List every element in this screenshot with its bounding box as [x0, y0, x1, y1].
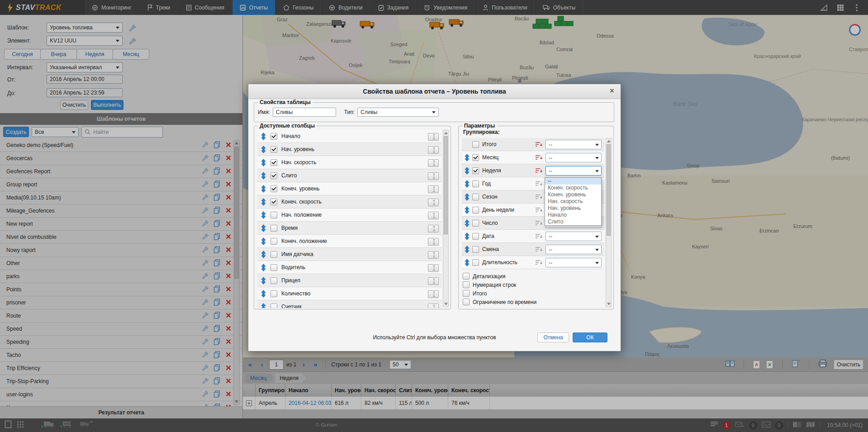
column-row[interactable]: Счетчик	[257, 300, 441, 308]
rename-column-icon[interactable]	[428, 212, 439, 219]
sort-order-icon[interactable]	[535, 155, 543, 161]
sort-order-icon[interactable]	[535, 233, 543, 239]
grouping-checkbox[interactable]	[472, 246, 479, 253]
reorder-arrows-icon[interactable]	[464, 259, 470, 266]
column-row[interactable]: Слито	[257, 169, 441, 182]
rename-column-icon[interactable]	[428, 185, 439, 193]
sort-column-select[interactable]: --	[545, 140, 602, 149]
grouping-row[interactable]: Месяц --	[462, 151, 604, 164]
rename-column-icon[interactable]	[428, 225, 439, 233]
dropdown-option[interactable]: Слито	[545, 218, 601, 225]
rename-column-icon[interactable]	[428, 251, 439, 259]
table-name-input[interactable]: Сливы	[273, 108, 336, 117]
grouping-row[interactable]: Длительность --	[462, 256, 604, 269]
sort-order-icon[interactable]	[535, 181, 543, 187]
reorder-arrows-icon[interactable]	[261, 211, 266, 219]
sort-order-icon[interactable]	[535, 168, 543, 174]
dropdown-option[interactable]: --	[545, 178, 601, 185]
sort-column-select[interactable]: --	[545, 258, 602, 267]
column-row[interactable]: Начало	[257, 130, 441, 143]
sort-order-icon[interactable]	[535, 142, 543, 147]
column-row[interactable]: Имя датчика	[257, 248, 441, 261]
reorder-arrows-icon[interactable]	[261, 172, 266, 180]
grouping-row[interactable]: Дата --	[462, 230, 604, 243]
ok-button[interactable]: ОК	[573, 332, 607, 342]
reorder-arrows-icon[interactable]	[464, 180, 470, 188]
column-row[interactable]: Конеч. уровень	[257, 182, 441, 195]
sort-order-icon[interactable]	[535, 247, 543, 252]
reorder-arrows-icon[interactable]	[464, 206, 470, 214]
grouping-checkbox[interactable]	[472, 180, 479, 187]
sort-column-select[interactable]: --	[545, 153, 602, 162]
sort-order-icon[interactable]	[535, 207, 543, 213]
column-row[interactable]: Количество	[257, 287, 441, 300]
grouping-row[interactable]: Итого --	[462, 138, 604, 151]
sort-order-icon[interactable]	[535, 220, 543, 226]
cancel-button[interactable]: Отмена	[537, 332, 569, 342]
dropdown-option[interactable]: Нач. уровень	[545, 205, 601, 212]
dropdown-option[interactable]: Начало	[545, 212, 601, 218]
flag-checkbox[interactable]	[463, 281, 470, 288]
flag-checkbox[interactable]	[463, 273, 470, 280]
scroll-down-icon[interactable]	[607, 303, 611, 305]
grouping-checkbox[interactable]	[472, 154, 479, 161]
scroll-up-icon[interactable]	[444, 132, 448, 134]
reorder-arrows-icon[interactable]	[261, 185, 266, 193]
column-row[interactable]: Время	[257, 222, 441, 235]
reorder-arrows-icon[interactable]	[261, 133, 266, 140]
sort-order-icon[interactable]	[535, 194, 543, 200]
reorder-arrows-icon[interactable]	[464, 246, 470, 253]
column-checkbox[interactable]	[270, 304, 277, 309]
flag-checkbox[interactable]	[463, 299, 470, 305]
column-checkbox[interactable]	[270, 172, 277, 179]
column-row[interactable]: Нач. скорость	[257, 156, 441, 169]
rename-column-icon[interactable]	[428, 264, 439, 272]
reorder-arrows-icon[interactable]	[261, 264, 266, 271]
grouping-row[interactable]: Смена --	[462, 243, 604, 256]
grouping-checkbox[interactable]	[472, 141, 479, 148]
column-row[interactable]: Конеч. положение	[257, 235, 441, 248]
column-checkbox[interactable]	[270, 212, 277, 218]
column-checkbox[interactable]	[270, 238, 277, 245]
column-row[interactable]: Нач. положение	[257, 209, 441, 222]
rename-column-icon[interactable]	[428, 238, 439, 246]
column-checkbox[interactable]	[270, 225, 277, 232]
flag-checkbox[interactable]	[463, 290, 470, 297]
reorder-arrows-icon[interactable]	[464, 233, 470, 240]
reorder-arrows-icon[interactable]	[261, 146, 266, 153]
grouping-row[interactable]: Неделя --	[462, 164, 604, 177]
grouping-checkbox[interactable]	[472, 259, 479, 266]
rename-column-icon[interactable]	[428, 199, 439, 206]
scroll-down-icon[interactable]	[444, 303, 448, 305]
columns-scrollbar[interactable]	[443, 130, 449, 307]
column-row[interactable]: Водитель	[257, 261, 441, 274]
grouping-checkbox[interactable]	[472, 220, 479, 227]
reorder-arrows-icon[interactable]	[261, 198, 266, 206]
reorder-arrows-icon[interactable]	[261, 277, 266, 285]
table-type-select[interactable]: Сливы	[357, 108, 439, 117]
column-row[interactable]: Нач. уровень	[257, 143, 441, 156]
grouping-checkbox[interactable]	[472, 167, 479, 174]
column-checkbox[interactable]	[270, 277, 277, 284]
reorder-arrows-icon[interactable]	[464, 154, 470, 161]
reorder-arrows-icon[interactable]	[464, 219, 470, 227]
reorder-arrows-icon[interactable]	[261, 237, 266, 245]
dropdown-option[interactable]: Нач. скорость	[545, 198, 601, 205]
rename-column-icon[interactable]	[428, 172, 439, 180]
reorder-arrows-icon[interactable]	[261, 159, 266, 166]
grouping-checkbox[interactable]	[472, 233, 479, 240]
reorder-arrows-icon[interactable]	[261, 224, 266, 232]
dropdown-option[interactable]: Конеч. скорость	[545, 185, 601, 191]
column-checkbox[interactable]	[270, 199, 277, 205]
column-checkbox[interactable]	[270, 146, 277, 153]
reorder-arrows-icon[interactable]	[261, 290, 266, 298]
rename-column-icon[interactable]	[428, 277, 439, 285]
sort-column-select[interactable]: --	[545, 232, 602, 241]
reorder-arrows-icon[interactable]	[261, 303, 266, 309]
sort-column-select[interactable]: --	[545, 245, 602, 254]
column-checkbox[interactable]	[270, 133, 277, 140]
column-checkbox[interactable]	[270, 185, 277, 192]
column-checkbox[interactable]	[270, 159, 277, 166]
sort-order-icon[interactable]	[535, 260, 543, 266]
parameters-scrollbar[interactable]	[606, 138, 612, 307]
